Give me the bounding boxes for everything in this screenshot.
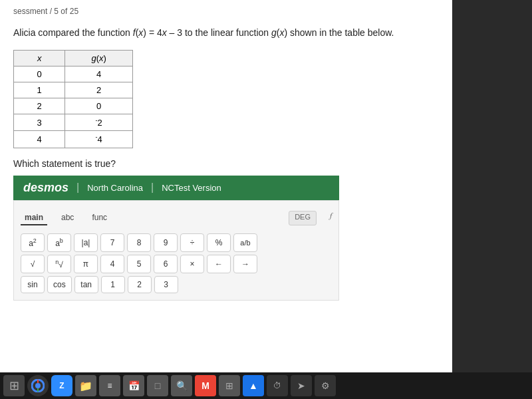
taskbar-btn-grid[interactable]: ⊞ <box>219 375 240 396</box>
function-table: x g(x) 0 4 1 2 2 0 3 -2 <box>13 50 133 148</box>
table-row: 3 -2 <box>14 114 133 131</box>
btn-nth-root[interactable]: n√ <box>47 255 71 273</box>
which-statement: Which statement is true? <box>13 158 439 169</box>
progress-bar: sessment / 5 of 25 <box>13 7 439 16</box>
progress-label: sessment / 5 of 25 <box>13 7 78 16</box>
taskbar-btn-zoom[interactable]: Z <box>51 375 72 396</box>
content-area: sessment / 5 of 25 Alicia compared the f… <box>0 0 452 372</box>
table-cell-gx: -2 <box>65 114 133 131</box>
btn-6[interactable]: 6 <box>154 255 178 273</box>
taskbar-btn-arrow[interactable]: ➤ <box>291 375 312 396</box>
taskbar-btn-drive[interactable]: ▲ <box>243 375 264 396</box>
btn-divide[interactable]: ÷ <box>180 233 204 252</box>
table-cell-x: 3 <box>14 114 65 131</box>
calc-tabs: main abc func DEG 𝑓 <box>21 211 332 225</box>
taskbar-btn-files[interactable]: 📁 <box>75 375 96 396</box>
table-cell-gx: 2 <box>65 82 133 98</box>
tab-main[interactable]: main <box>21 211 47 225</box>
btn-3[interactable]: 3 <box>154 276 178 293</box>
taskbar-btn-search[interactable]: 🔍 <box>171 375 192 396</box>
func-icon: 𝑓 <box>330 211 332 225</box>
table-cell-gx: 4 <box>65 66 133 82</box>
btn-sqrt[interactable]: √ <box>21 255 45 273</box>
desmos-divider: | <box>76 182 79 194</box>
desmos-logo: desmos <box>23 181 68 195</box>
table-row: 0 4 <box>14 66 133 82</box>
desmos-region: North Carolina <box>87 183 143 193</box>
question-text: Alicia compared the function f(x) = 4x –… <box>13 26 439 40</box>
svg-point-1 <box>35 383 41 388</box>
desmos-divider2: | <box>151 182 154 194</box>
btn-7[interactable]: 7 <box>100 233 124 252</box>
calc-row-1: a2 ab |a| 7 8 9 ÷ % a/b <box>21 233 332 252</box>
table-cell-x: 4 <box>14 131 65 148</box>
btn-1[interactable]: 1 <box>101 276 125 293</box>
table-header-x: x <box>14 51 65 66</box>
btn-pi[interactable]: π <box>74 255 98 273</box>
btn-5[interactable]: 5 <box>127 255 151 273</box>
screen: sessment / 5 of 25 Alicia compared the f… <box>0 0 532 399</box>
btn-tan[interactable]: tan <box>74 276 98 293</box>
taskbar-btn-end[interactable]: ⚙ <box>315 375 336 396</box>
btn-4[interactable]: 4 <box>100 255 124 273</box>
btn-abs[interactable]: |a| <box>74 233 98 252</box>
table-cell-x: 0 <box>14 66 65 82</box>
btn-9[interactable]: 9 <box>154 233 178 252</box>
taskbar-btn-clock[interactable]: ⏱ <box>267 375 288 396</box>
calc-row-3: sin cos tan 1 2 3 <box>21 276 332 293</box>
taskbar-btn-slides[interactable]: ≡ <box>99 375 120 396</box>
btn-sin[interactable]: sin <box>21 276 45 293</box>
taskbar-btn-calendar[interactable]: 📅 <box>123 375 144 396</box>
table-cell-x: 2 <box>14 98 65 114</box>
taskbar-btn-chrome[interactable] <box>27 375 49 396</box>
right-panel <box>452 0 532 372</box>
btn-2[interactable]: 2 <box>128 276 152 293</box>
btn-8[interactable]: 8 <box>127 233 151 252</box>
table-cell-gx: 0 <box>65 98 133 114</box>
table-row: 2 0 <box>14 98 133 114</box>
btn-cos[interactable]: cos <box>47 276 72 293</box>
btn-fraction[interactable]: a/b <box>233 233 257 252</box>
table-cell-gx: -4 <box>65 131 133 148</box>
table-row: 1 2 <box>14 82 133 98</box>
table-header-gx: g(x) <box>65 51 133 66</box>
tab-abc[interactable]: abc <box>57 211 78 225</box>
btn-percent[interactable]: % <box>207 233 231 252</box>
btn-multiply[interactable]: × <box>180 255 204 273</box>
btn-backspace[interactable]: ← <box>207 255 231 273</box>
taskbar: ⊞ Z 📁 ≡ 📅 □ 🔍 M ⊞ ▲ ⏱ ➤ ⚙ <box>0 372 532 399</box>
btn-a-power-b[interactable]: ab <box>47 233 71 252</box>
tab-deg[interactable]: DEG <box>289 211 317 225</box>
btn-a-squared[interactable]: a2 <box>21 233 45 252</box>
desmos-bar: desmos | North Carolina | NCTest Version <box>13 176 339 200</box>
tab-func[interactable]: func <box>88 211 111 225</box>
calculator-area: main abc func DEG 𝑓 a2 ab |a| 7 8 9 ÷ % … <box>13 200 339 301</box>
btn-right-arrow[interactable]: → <box>233 255 257 273</box>
calc-row-2: √ n√ π 4 5 6 × ← → <box>21 255 332 273</box>
table-cell-x: 1 <box>14 82 65 98</box>
table-row: 4 -4 <box>14 131 133 148</box>
taskbar-btn-1[interactable]: ⊞ <box>3 375 25 396</box>
desmos-version: NCTest Version <box>162 183 221 193</box>
taskbar-btn-mail[interactable]: M <box>195 375 216 396</box>
taskbar-btn-unknown[interactable]: □ <box>147 375 168 396</box>
